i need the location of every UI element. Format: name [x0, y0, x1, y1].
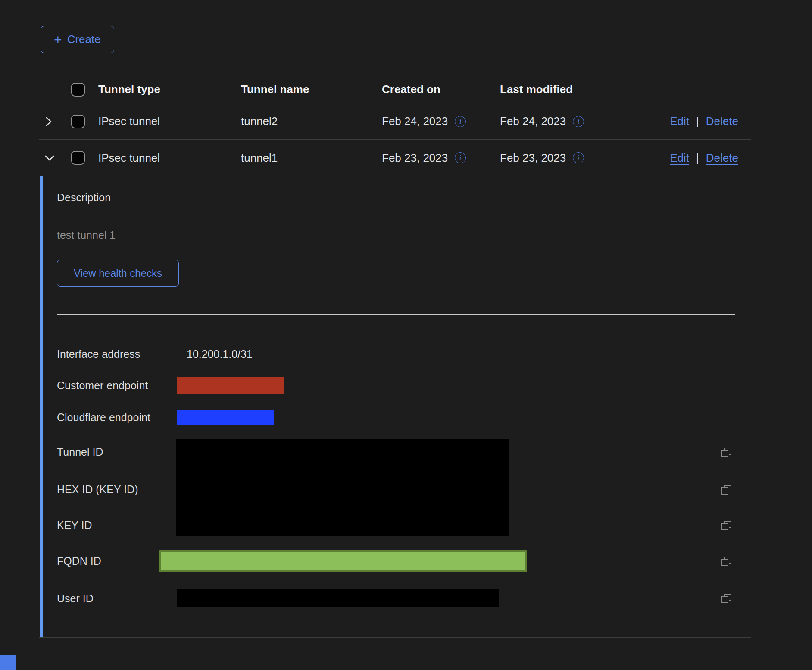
redacted-cloudflare-endpoint — [177, 410, 274, 425]
tunnel-name-cell: tunnel2 — [241, 115, 382, 128]
plus-icon: + — [54, 33, 62, 47]
table-row: IPsec tunnel tunnel2 Feb 24, 2023 i Feb … — [39, 103, 751, 140]
create-button-label: Create — [67, 33, 101, 46]
field-row-tunnel-id: Tunnel ID — [57, 433, 751, 471]
row-checkbox[interactable] — [71, 115, 85, 128]
copy-icon[interactable] — [720, 483, 733, 496]
tunnel-id-label: Tunnel ID — [57, 446, 177, 458]
panel-divider — [57, 314, 735, 315]
key-id-label: KEY ID — [57, 519, 177, 532]
redacted-customer-endpoint — [177, 377, 284, 394]
tunnel-type-cell: IPsec tunnel — [98, 115, 241, 128]
column-header-tunnel-type: Tunnel type — [98, 83, 241, 96]
chevron-right-icon[interactable] — [44, 116, 53, 127]
action-separator: | — [696, 115, 699, 128]
copy-icon[interactable] — [720, 446, 733, 459]
created-on-cell: Feb 23, 2023 — [382, 151, 448, 165]
redacted-fqdn-id — [159, 550, 527, 572]
tunnel-fields: Interface address 10.200.1.0/31 Customer… — [57, 338, 751, 617]
column-header-last-modified: Last modified — [500, 83, 642, 96]
create-button[interactable]: + Create — [41, 26, 114, 53]
last-modified-cell: Feb 24, 2023 — [500, 115, 566, 128]
tunnel-table: Tunnel type Tunnel name Created on Last … — [39, 76, 751, 176]
field-row-interface-address: Interface address 10.200.1.0/31 — [57, 338, 751, 370]
field-row-user-id: User ID — [57, 580, 751, 617]
interface-address-value: 10.200.1.0/31 — [187, 348, 253, 360]
view-health-checks-button[interactable]: View health checks — [57, 260, 179, 287]
copy-icon[interactable] — [720, 555, 733, 568]
chevron-down-icon[interactable] — [44, 153, 55, 163]
table-row: IPsec tunnel tunnel1 Feb 23, 2023 i Feb … — [39, 140, 751, 176]
select-all-checkbox[interactable] — [71, 83, 85, 97]
column-header-tunnel-name: Tunnel name — [241, 83, 382, 96]
table-header-row: Tunnel type Tunnel name Created on Last … — [39, 76, 751, 103]
page-corner-accent — [0, 655, 16, 670]
delete-link[interactable]: Delete — [706, 151, 738, 165]
column-header-created-on: Created on — [382, 83, 500, 96]
info-icon[interactable]: i — [455, 116, 466, 127]
edit-link[interactable]: Edit — [670, 151, 689, 165]
tunnel-name-cell: tunnel1 — [241, 151, 382, 165]
delete-link[interactable]: Delete — [706, 115, 738, 128]
field-row-customer-endpoint: Customer endpoint — [57, 370, 751, 401]
interface-address-label: Interface address — [57, 348, 177, 360]
info-icon[interactable]: i — [455, 152, 466, 163]
copy-icon[interactable] — [720, 519, 733, 532]
field-row-key-id: KEY ID — [57, 508, 751, 542]
action-separator: | — [696, 151, 699, 165]
description-value: test tunnel 1 — [57, 229, 751, 241]
user-id-label: User ID — [57, 592, 177, 605]
info-icon[interactable]: i — [573, 116, 584, 127]
field-row-hex-id: HEX ID (KEY ID) — [57, 471, 751, 508]
customer-endpoint-label: Customer endpoint — [57, 379, 177, 392]
redacted-user-id — [177, 589, 499, 607]
description-label: Description — [57, 191, 751, 204]
info-icon[interactable]: i — [573, 152, 584, 163]
cloudflare-endpoint-label: Cloudflare endpoint — [57, 411, 177, 424]
row-checkbox[interactable] — [71, 151, 85, 165]
hex-id-label: HEX ID (KEY ID) — [57, 483, 177, 496]
last-modified-cell: Feb 23, 2023 — [500, 151, 566, 165]
field-row-fqdn-id: FQDN ID — [57, 542, 751, 580]
copy-icon[interactable] — [720, 592, 733, 605]
tunnel-detail-panel: Description test tunnel 1 View health ch… — [40, 176, 751, 637]
field-row-cloudflare-endpoint: Cloudflare endpoint — [57, 401, 751, 433]
tunnel-type-cell: IPsec tunnel — [98, 151, 241, 165]
table-bottom-divider — [39, 637, 751, 638]
created-on-cell: Feb 24, 2023 — [382, 115, 448, 128]
edit-link[interactable]: Edit — [670, 115, 689, 128]
